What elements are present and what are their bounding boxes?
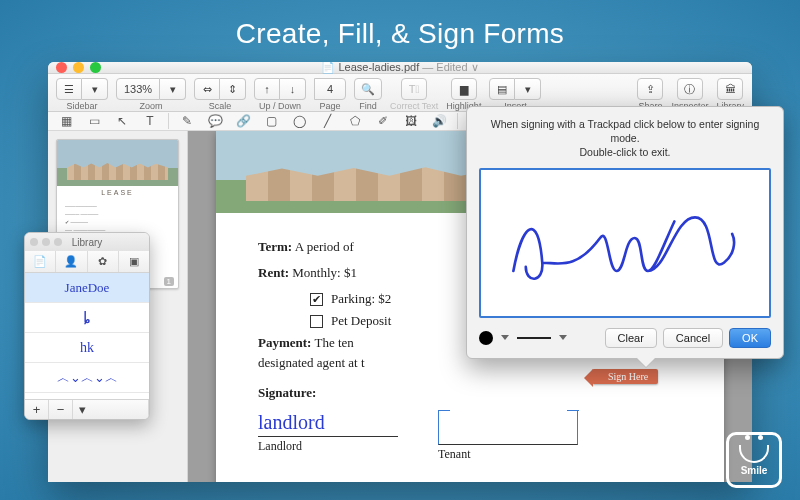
traffic-lights (56, 62, 101, 73)
window-titlebar: 📄 Lease-ladies.pdf — Edited ∨ (48, 62, 752, 74)
minimize-icon[interactable] (73, 62, 84, 73)
sidebar-label: Sidebar (66, 101, 97, 111)
find-label: Find (359, 101, 377, 111)
thumbnail-title: LEASE (57, 186, 178, 199)
library-add-button[interactable]: + (25, 400, 49, 419)
zoom-label: Zoom (139, 101, 162, 111)
payment-label: Payment: (258, 335, 311, 350)
library-tab-shapes[interactable]: ▣ (119, 251, 149, 272)
term-text: A period of (295, 239, 354, 254)
tool-text-icon[interactable]: T (140, 112, 160, 130)
marketing-headline: Create, Fill, & Sign Forms (0, 0, 800, 64)
highlight-button[interactable]: ▆ (451, 78, 477, 100)
tool-callout-icon[interactable]: ✐ (373, 112, 393, 130)
sign-here-sticker[interactable]: Sign Here (592, 369, 658, 384)
tenant-label: Tenant (438, 447, 470, 462)
landlord-signature: landlord (258, 411, 325, 434)
sidebar-toggle-button[interactable]: ☰ (56, 78, 82, 100)
library-list: JaneDoe ȴ hk ︿⌄︿⌄︿ (25, 273, 149, 399)
doc-icon: 📄 (321, 62, 335, 73)
correct-text-button[interactable]: T⃞ (401, 78, 427, 100)
parking-checkbox[interactable]: ✔ (310, 293, 323, 306)
document-filename: Lease-ladies.pdf (338, 62, 419, 73)
insert-button[interactable]: ▤ (489, 78, 515, 100)
scale-label: Scale (209, 101, 232, 111)
tool-note-icon[interactable]: ✎ (177, 112, 197, 130)
library-item[interactable]: JaneDoe (25, 273, 149, 303)
payment-text-2: designated agent at t (258, 355, 365, 370)
signature-color-swatch[interactable] (479, 331, 493, 345)
find-button[interactable]: 🔍 (354, 78, 382, 100)
document-state: — Edited ∨ (422, 62, 478, 73)
library-tab-people[interactable]: 👤 (56, 251, 87, 272)
thumbnail-page-badge: 1 (164, 277, 174, 286)
window-title: 📄 Lease-ladies.pdf — Edited ∨ (48, 62, 752, 74)
page-up-button[interactable]: ↑ (254, 78, 280, 100)
scale-fit-width-button[interactable]: ⇔ (194, 78, 220, 100)
signature-path-icon (501, 191, 749, 293)
zoom-value-field[interactable]: 133% (116, 78, 160, 100)
term-label: Term: (258, 239, 292, 254)
tool-select-icon[interactable]: ▭ (84, 112, 104, 130)
insert-dropdown[interactable]: ▾ (515, 78, 541, 100)
correct-label: Correct Text (390, 101, 438, 111)
sidebar-mode-dropdown[interactable]: ▾ (82, 78, 108, 100)
ok-button[interactable]: OK (729, 328, 771, 348)
close-icon[interactable] (56, 62, 67, 73)
library-remove-button[interactable]: − (49, 400, 73, 419)
tool-circle-icon[interactable]: ◯ (289, 112, 309, 130)
library-tab-documents[interactable]: 📄 (25, 251, 56, 272)
share-button[interactable]: ⇪ (637, 78, 663, 100)
smile-brand-logo: Smile (726, 432, 782, 488)
tool-thumbnails-icon[interactable]: ▦ (56, 112, 76, 130)
cancel-button[interactable]: Cancel (663, 328, 723, 348)
updown-label: Up / Down (259, 101, 301, 111)
library-panel-titlebar[interactable]: Library (25, 233, 149, 251)
tool-polygon-icon[interactable]: ⬠ (345, 112, 365, 130)
tenant-signature-field[interactable] (438, 411, 578, 445)
library-button[interactable]: 🏛 (717, 78, 743, 100)
tool-rect-icon[interactable]: ▢ (261, 112, 281, 130)
tool-link-icon[interactable]: 🔗 (233, 112, 253, 130)
library-menu-button[interactable]: ▾ (73, 400, 149, 419)
rent-text: Monthly: $1 (292, 265, 357, 280)
tool-pointer-icon[interactable]: ↖ (112, 112, 132, 130)
thumbnail-photo (57, 140, 178, 186)
tool-sound-icon[interactable]: 🔊 (429, 112, 449, 130)
tool-comment-icon[interactable]: 💬 (205, 112, 225, 130)
signature-canvas[interactable] (479, 168, 771, 318)
library-tab-stamps[interactable]: ✿ (88, 251, 119, 272)
zoom-dropdown[interactable]: ▾ (160, 78, 186, 100)
page-down-button[interactable]: ↓ (280, 78, 306, 100)
library-item[interactable]: ȴ (25, 303, 149, 333)
rent-label: Rent: (258, 265, 289, 280)
payment-text: The ten (314, 335, 353, 350)
landlord-label: Landlord (258, 439, 302, 454)
tool-image-icon[interactable]: 🖼 (401, 112, 421, 130)
signature-hint: When signing with a Trackpad click below… (479, 117, 771, 160)
library-panel-title: Library (72, 237, 103, 248)
signature-color-dropdown-icon[interactable] (501, 335, 509, 340)
library-panel: Library 📄 👤 ✿ ▣ JaneDoe ȴ hk ︿⌄︿⌄︿ + − ▾ (24, 232, 150, 420)
scale-fit-page-button[interactable]: ⇕ (220, 78, 246, 100)
signature-stroke-preview[interactable] (517, 337, 551, 339)
library-item[interactable]: hk (25, 333, 149, 363)
tool-line-icon[interactable]: ╱ (317, 112, 337, 130)
pet-text: Pet Deposit (331, 313, 391, 329)
signature-stroke-dropdown-icon[interactable] (559, 335, 567, 340)
signature-popover: When signing with a Trackpad click below… (466, 106, 784, 359)
pet-checkbox[interactable] (310, 315, 323, 328)
signature-label: Signature: (258, 385, 316, 400)
library-item[interactable]: ︿⌄︿⌄︿ (25, 363, 149, 393)
inspector-button[interactable]: ⓘ (677, 78, 703, 100)
clear-button[interactable]: Clear (605, 328, 657, 348)
page-number-field[interactable]: 4 (314, 78, 346, 100)
smile-brand-name: Smile (741, 465, 768, 476)
parking-text: Parking: $2 (331, 291, 391, 307)
zoom-window-icon[interactable] (90, 62, 101, 73)
page-label: Page (319, 101, 340, 111)
